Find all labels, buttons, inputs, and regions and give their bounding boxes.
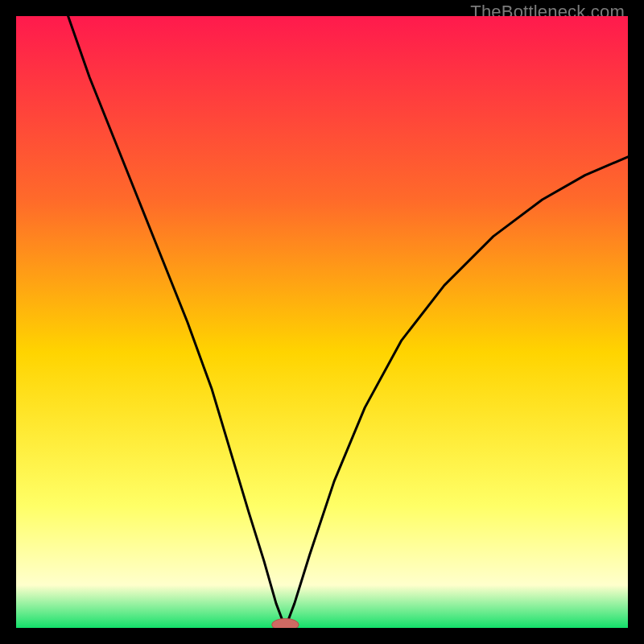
optimum-marker: [272, 618, 299, 628]
chart-background: [16, 16, 628, 628]
bottleneck-chart: [16, 16, 628, 628]
chart-frame: [16, 16, 628, 628]
